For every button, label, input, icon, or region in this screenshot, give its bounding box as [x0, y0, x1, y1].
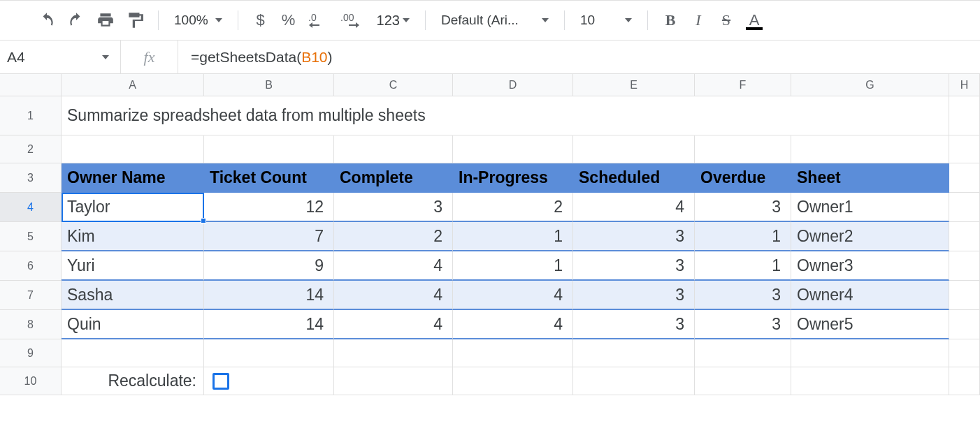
- cell-H3[interactable]: [949, 163, 980, 193]
- row-header-3[interactable]: 3: [0, 163, 62, 193]
- cell-D4[interactable]: 2: [453, 193, 573, 222]
- cell-F6[interactable]: 1: [695, 251, 791, 281]
- col-header-C[interactable]: C: [334, 74, 453, 96]
- cell-A9[interactable]: [62, 339, 204, 367]
- cell-F8[interactable]: 3: [695, 310, 791, 339]
- cell-G9[interactable]: [791, 339, 949, 367]
- undo-button[interactable]: [34, 8, 60, 33]
- cell-D9[interactable]: [453, 339, 573, 367]
- row-header-1[interactable]: 1: [0, 96, 62, 135]
- row-header-8[interactable]: 8: [0, 310, 62, 339]
- col-header-E[interactable]: E: [573, 74, 695, 96]
- text-color-button[interactable]: A: [742, 8, 767, 33]
- cell-G10[interactable]: [791, 367, 949, 395]
- cell-C7[interactable]: 4: [334, 281, 453, 310]
- bold-button[interactable]: B: [658, 8, 683, 33]
- cell-C2[interactable]: [334, 135, 453, 163]
- cell-H6[interactable]: [949, 251, 980, 281]
- cell-A2[interactable]: [62, 135, 204, 163]
- col-header-D[interactable]: D: [453, 74, 573, 96]
- hdr-scheduled[interactable]: Scheduled: [573, 163, 695, 193]
- cell-B2[interactable]: [204, 135, 334, 163]
- cell-F5[interactable]: 1: [695, 222, 791, 251]
- row-header-7[interactable]: 7: [0, 281, 62, 310]
- cell-F9[interactable]: [695, 339, 791, 367]
- cell-H7[interactable]: [949, 281, 980, 310]
- number-format-dropdown[interactable]: 123: [371, 8, 415, 33]
- cell-H10[interactable]: [949, 367, 980, 395]
- row-header-10[interactable]: 10: [0, 367, 62, 395]
- cell-G1[interactable]: [791, 96, 949, 135]
- cell-A8[interactable]: Quin: [62, 310, 204, 339]
- cell-B8[interactable]: 14: [204, 310, 334, 339]
- cell-C6[interactable]: 4: [334, 251, 453, 281]
- increase-decimal-button[interactable]: .00: [336, 8, 368, 33]
- cell-E6[interactable]: 3: [573, 251, 695, 281]
- col-header-G[interactable]: G: [791, 74, 949, 96]
- row-header-2[interactable]: 2: [0, 135, 62, 163]
- cell-E2[interactable]: [573, 135, 695, 163]
- cell-D2[interactable]: [453, 135, 573, 163]
- hdr-complete[interactable]: Complete: [334, 163, 453, 193]
- cell-G6[interactable]: Owner3: [791, 251, 949, 281]
- cell-A6[interactable]: Yuri: [62, 251, 204, 281]
- cell-E5[interactable]: 3: [573, 222, 695, 251]
- cell-E8[interactable]: 3: [573, 310, 695, 339]
- row-header-6[interactable]: 6: [0, 251, 62, 281]
- cell-H2[interactable]: [949, 135, 980, 163]
- cell-F7[interactable]: 3: [695, 281, 791, 310]
- cell-F2[interactable]: [695, 135, 791, 163]
- cell-A10-recalc-label[interactable]: Recalculate:: [62, 367, 204, 395]
- cell-E1[interactable]: [573, 96, 695, 135]
- select-all-corner[interactable]: [0, 74, 62, 96]
- cell-A5[interactable]: Kim: [62, 222, 204, 251]
- col-header-F[interactable]: F: [695, 74, 791, 96]
- hdr-sheet[interactable]: Sheet: [791, 163, 949, 193]
- cell-F1[interactable]: [695, 96, 791, 135]
- cell-H1[interactable]: [949, 96, 980, 135]
- paint-format-button[interactable]: [122, 8, 148, 33]
- hdr-inprogress[interactable]: In-Progress: [453, 163, 573, 193]
- cell-H4[interactable]: [949, 193, 980, 222]
- cell-E9[interactable]: [573, 339, 695, 367]
- italic-button[interactable]: I: [686, 8, 711, 33]
- name-box[interactable]: A4: [0, 41, 120, 73]
- formula-input[interactable]: =getSheetsData(B10): [178, 41, 980, 73]
- cell-E10[interactable]: [573, 367, 695, 395]
- hdr-owner[interactable]: Owner Name: [62, 163, 204, 193]
- cell-G4[interactable]: Owner1: [791, 193, 949, 222]
- cell-B9[interactable]: [204, 339, 334, 367]
- cell-A4-selected[interactable]: Taylor: [62, 193, 204, 222]
- cell-H5[interactable]: [949, 222, 980, 251]
- cell-B4[interactable]: 12: [204, 193, 334, 222]
- col-header-A[interactable]: A: [62, 74, 204, 96]
- cell-F4[interactable]: 3: [695, 193, 791, 222]
- col-header-B[interactable]: B: [204, 74, 334, 96]
- cell-D10[interactable]: [453, 367, 573, 395]
- spreadsheet-grid[interactable]: A B C D E F G H 1 Summarize spreadsheet …: [0, 74, 980, 395]
- cell-E4[interactable]: 4: [573, 193, 695, 222]
- decrease-decimal-button[interactable]: .0: [304, 8, 333, 33]
- cell-C5[interactable]: 2: [334, 222, 453, 251]
- cell-A1-title[interactable]: Summarize spreadsheet data from multiple…: [62, 96, 204, 135]
- cell-C9[interactable]: [334, 339, 453, 367]
- cell-B10-checkbox[interactable]: [204, 367, 334, 395]
- cell-B1[interactable]: [204, 96, 334, 135]
- row-header-4[interactable]: 4: [0, 193, 62, 222]
- cell-E7[interactable]: 3: [573, 281, 695, 310]
- selection-handle[interactable]: [201, 218, 206, 223]
- cell-D1[interactable]: [453, 96, 573, 135]
- hdr-overdue[interactable]: Overdue: [695, 163, 791, 193]
- cell-B5[interactable]: 7: [204, 222, 334, 251]
- cell-D8[interactable]: 4: [453, 310, 573, 339]
- cell-A7[interactable]: Sasha: [62, 281, 204, 310]
- zoom-dropdown[interactable]: 100%: [168, 8, 228, 33]
- cell-D6[interactable]: 1: [453, 251, 573, 281]
- cell-C4[interactable]: 3: [334, 193, 453, 222]
- cell-G2[interactable]: [791, 135, 949, 163]
- redo-button[interactable]: [63, 8, 89, 33]
- print-button[interactable]: [92, 8, 119, 33]
- cell-C8[interactable]: 4: [334, 310, 453, 339]
- cell-C1[interactable]: [334, 96, 453, 135]
- cell-H9[interactable]: [949, 339, 980, 367]
